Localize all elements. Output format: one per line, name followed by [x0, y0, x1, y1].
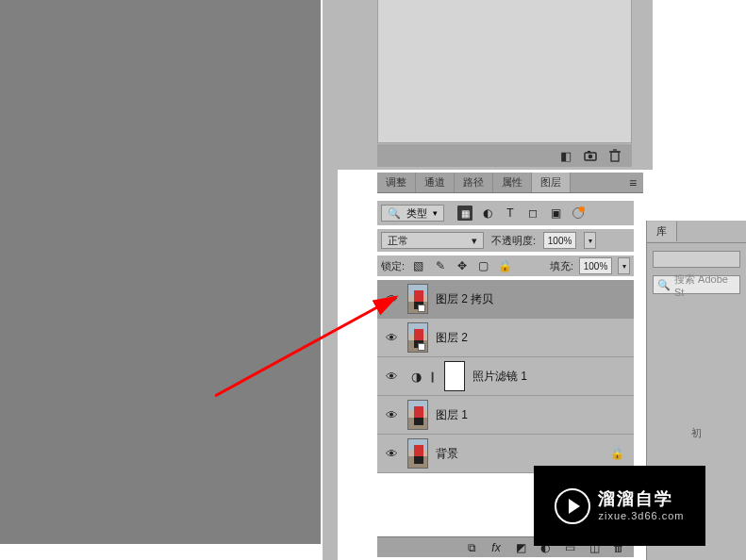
filter-smartobject-icon[interactable]: ▣ [548, 206, 563, 221]
lock-label: 锁定: [381, 259, 405, 273]
filter-pixel-icon[interactable]: ▦ [457, 206, 472, 221]
filter-type-label: 类型 [406, 206, 427, 221]
layer-name[interactable]: 背景 [436, 446, 458, 462]
lock-artboard-icon[interactable]: ▢ [475, 258, 491, 274]
chevron-down-icon: ▾ [433, 208, 438, 218]
filter-type-dropdown[interactable]: 🔍 类型 ▾ [381, 205, 444, 222]
fill-input[interactable]: 100% [579, 257, 612, 274]
lock-icon: 🔒 [610, 447, 624, 460]
layer-name[interactable]: 图层 1 [436, 407, 468, 423]
filter-shape-icon[interactable]: ◻ [525, 206, 540, 221]
layer-thumbnail[interactable] [407, 284, 428, 314]
panel-divider [323, 0, 338, 560]
library-search-input[interactable]: 🔍 搜索 Adobe St [653, 275, 740, 294]
libraries-tab-bar: 库 [647, 221, 746, 243]
layer-name[interactable]: 照片滤镜 1 [472, 369, 527, 385]
fill-label: 填充: [550, 259, 573, 273]
layer-row[interactable]: 👁 图层 2 [377, 319, 634, 357]
canvas-area[interactable] [0, 0, 321, 544]
opacity-stepper[interactable]: ▾ [584, 232, 596, 249]
library-search-placeholder: 搜索 Adobe St [674, 272, 736, 298]
clip-to-layer-icon[interactable]: ◧ [558, 149, 573, 162]
link-icon: ❙ [428, 371, 437, 383]
blend-mode-dropdown[interactable]: 正常 ▾ [381, 232, 484, 249]
layer-row[interactable]: 👁 图层 1 [377, 396, 634, 435]
lock-transparency-icon[interactable]: ▧ [410, 258, 426, 274]
filter-icons-group: ▦ ◐ T ◻ ▣ [457, 206, 563, 221]
search-icon: 🔍 [388, 207, 401, 220]
layer-row[interactable]: 👁 ◑ ❙ 照片滤镜 1 [377, 357, 634, 396]
link-layers-icon[interactable]: ⧉ [464, 541, 479, 554]
visibility-toggle-icon[interactable]: 👁 [383, 406, 400, 423]
layer-name[interactable]: 图层 2 拷贝 [436, 291, 493, 307]
blend-mode-row: 正常 ▾ 不透明度: 100% ▾ [377, 229, 634, 252]
opacity-label: 不透明度: [491, 234, 536, 248]
library-placeholder-text: 初 [647, 426, 746, 440]
tab-adjustments[interactable]: 调整 [377, 173, 416, 192]
adjustment-icon[interactable]: ◑ [407, 368, 424, 385]
view-previous-icon[interactable] [583, 149, 598, 162]
smartobject-badge-icon [418, 343, 425, 351]
layer-mask-thumbnail[interactable] [444, 361, 465, 391]
lock-position-icon[interactable]: ✥ [454, 258, 470, 274]
visibility-toggle-icon[interactable]: 👁 [383, 445, 400, 462]
visibility-toggle-icon[interactable]: 👁 [383, 368, 400, 385]
panel-tabs: 调整 通道 路径 属性 图层 ≡ [377, 173, 643, 193]
opacity-input[interactable]: 100% [543, 232, 576, 249]
watermark: 溜溜自学 zixue.3d66.com [534, 466, 705, 546]
layer-style-icon[interactable]: fx [489, 541, 504, 554]
fill-stepper[interactable]: ▾ [618, 257, 630, 274]
layer-thumbnail[interactable] [407, 322, 428, 353]
blend-mode-value: 正常 [388, 234, 408, 248]
panel-menu-icon[interactable]: ≡ [622, 173, 643, 192]
layer-thumbnail[interactable] [407, 400, 428, 430]
layer-thumbnail[interactable] [407, 438, 428, 469]
filter-toggle-switch[interactable] [572, 207, 584, 219]
tab-layers[interactable]: 图层 [532, 173, 571, 192]
layer-filter-row: 🔍 类型 ▾ ▦ ◐ T ◻ ▣ [377, 201, 634, 225]
watermark-subtitle: zixue.3d66.com [598, 510, 684, 522]
watermark-logo-icon [555, 488, 590, 524]
tab-channels[interactable]: 通道 [416, 173, 455, 192]
visibility-toggle-icon[interactable]: 👁 [383, 290, 400, 307]
delete-adjustment-icon[interactable] [607, 149, 622, 162]
search-icon: 🔍 [657, 279, 671, 291]
tab-properties[interactable]: 属性 [493, 173, 532, 192]
layers-list: 👁 图层 2 拷贝 👁 图层 2 👁 ◑ ❙ 照片滤镜 1 👁 图层 1 👁 背… [377, 280, 634, 473]
tab-libraries[interactable]: 库 [647, 222, 677, 241]
filter-type-icon[interactable]: T [503, 206, 518, 221]
properties-preview[interactable] [377, 0, 632, 143]
smartobject-badge-icon [418, 305, 425, 312]
tab-paths[interactable]: 路径 [455, 173, 493, 192]
visibility-toggle-icon[interactable]: 👁 [383, 329, 400, 346]
lock-pixels-icon[interactable]: ✎ [432, 258, 448, 274]
svg-point-1 [589, 155, 593, 159]
svg-rect-3 [611, 152, 619, 161]
properties-actions-bar: ◧ [377, 144, 632, 167]
layer-row-selected[interactable]: 👁 图层 2 拷贝 [377, 280, 634, 319]
watermark-title: 溜溜自学 [598, 489, 684, 510]
library-selector-dropdown[interactable] [653, 251, 740, 268]
add-mask-icon[interactable]: ◩ [513, 541, 528, 554]
chevron-down-icon: ▾ [472, 235, 477, 247]
lock-all-icon[interactable]: 🔒 [497, 258, 513, 274]
filter-adjustment-icon[interactable]: ◐ [480, 206, 495, 221]
lock-row: 锁定: ▧ ✎ ✥ ▢ 🔒 填充: 100% ▾ [377, 255, 634, 276]
layer-name[interactable]: 图层 2 [436, 330, 468, 346]
svg-rect-2 [588, 151, 590, 153]
